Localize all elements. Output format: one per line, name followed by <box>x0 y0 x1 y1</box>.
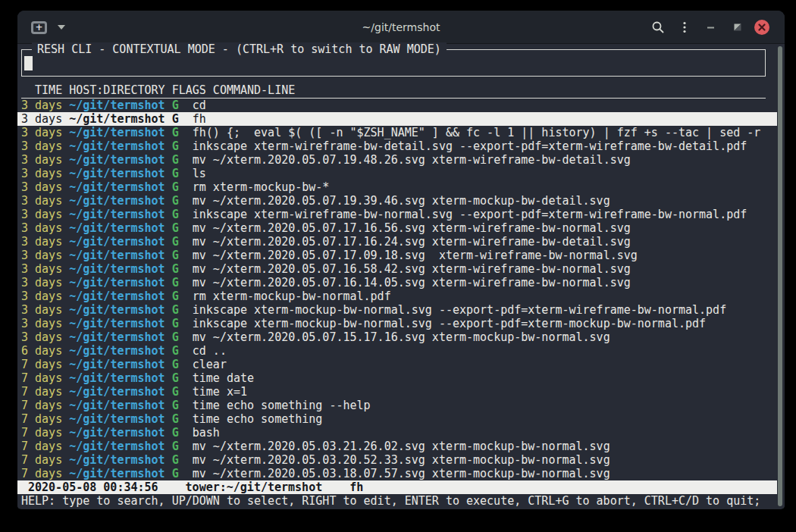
history-row[interactable]: 7 days ~/git/termshot G clear <box>17 358 777 371</box>
menu-button[interactable] <box>675 17 694 37</box>
row-host-directory: ~/git/termshot <box>69 371 165 385</box>
row-time: 3 days <box>21 262 62 276</box>
row-flags: G <box>172 153 179 167</box>
history-row[interactable]: 3 days ~/git/termshot G mv ~/xterm.2020.… <box>17 249 777 262</box>
history-row[interactable]: 3 days ~/git/termshot G cd <box>17 99 777 112</box>
history-row[interactable]: 7 days ~/git/termshot G time x=1 <box>17 385 777 399</box>
row-command: time x=1 <box>193 385 247 399</box>
terminal-window: + ~/git/termshot <box>17 11 785 509</box>
restore-button[interactable] <box>728 17 747 37</box>
row-flags: G <box>172 126 179 139</box>
row-command: time echo something <box>193 412 323 426</box>
row-flags: G <box>172 399 179 412</box>
row-command: inkscape xterm-wireframe-bw-detail.svg -… <box>193 139 747 153</box>
row-host-directory: ~/git/termshot <box>69 112 165 126</box>
row-host-directory: ~/git/termshot <box>69 385 165 399</box>
status-command: fh <box>349 480 363 494</box>
row-flags: G <box>172 440 179 453</box>
status-datetime: 2020-05-08 00:34:56 <box>28 480 158 494</box>
row-flags: G <box>172 289 179 303</box>
row-host-directory: ~/git/termshot <box>69 412 165 426</box>
close-icon <box>758 23 766 31</box>
minimize-button[interactable] <box>701 17 721 37</box>
history-row[interactable]: 3 days ~/git/termshot G ls <box>17 167 777 180</box>
row-command: mv ~/xterm.2020.05.07.17.09.18.svg xterm… <box>193 249 638 262</box>
row-flags: G <box>172 194 179 208</box>
minimize-icon <box>704 20 718 34</box>
scrollbar[interactable] <box>778 46 782 506</box>
row-command: time date <box>193 371 254 385</box>
row-time: 3 days <box>21 112 62 126</box>
search-button[interactable] <box>648 17 668 37</box>
history-row[interactable]: 3 days ~/git/termshot G mv ~/xterm.2020.… <box>17 153 777 167</box>
row-command: cd .. <box>193 344 227 358</box>
row-host-directory: ~/git/termshot <box>69 467 165 480</box>
row-host-directory: ~/git/termshot <box>69 126 165 139</box>
history-row[interactable]: 3 days ~/git/termshot G mv ~/xterm.2020.… <box>17 262 777 276</box>
row-time: 3 days <box>21 221 62 235</box>
history-row[interactable]: 7 days ~/git/termshot G time date <box>17 371 777 385</box>
row-time: 3 days <box>21 235 62 249</box>
history-row[interactable]: 7 days ~/git/termshot G mv ~/xterm.2020.… <box>17 453 777 467</box>
history-row[interactable]: 3 days ~/git/termshot G inkscape xterm-w… <box>17 208 777 221</box>
row-host-directory: ~/git/termshot <box>69 194 165 208</box>
close-button[interactable] <box>754 20 769 35</box>
row-command: rm xterm-mockup-bw-normal.pdf <box>193 289 391 303</box>
row-time: 3 days <box>21 317 62 330</box>
row-time: 3 days <box>21 126 62 139</box>
row-command: mv ~/xterm.2020.05.03.21.26.02.svg xterm… <box>193 440 610 453</box>
row-time: 3 days <box>21 303 62 317</box>
row-host-directory: ~/git/termshot <box>69 167 165 180</box>
new-tab-button[interactable]: + <box>31 21 47 34</box>
history-row[interactable]: 7 days ~/git/termshot G mv ~/xterm.2020.… <box>17 467 777 480</box>
search-input-box[interactable]: RESH CLI - CONTEXTUAL MODE - (CTRL+R to … <box>21 49 766 77</box>
history-row[interactable]: 7 days ~/git/termshot G bash <box>17 426 777 440</box>
row-time: 7 days <box>21 399 62 412</box>
row-host-directory: ~/git/termshot <box>69 262 165 276</box>
row-command: mv ~/xterm.2020.05.07.17.16.56.svg xterm… <box>193 221 631 235</box>
history-row[interactable]: 3 days ~/git/termshot G mv ~/xterm.2020.… <box>17 235 777 249</box>
row-flags: G <box>172 99 179 112</box>
row-command: inkscape xterm-mockup-bw-normal.svg --ex… <box>193 317 706 330</box>
history-row[interactable]: 7 days ~/git/termshot G mv ~/xterm.2020.… <box>17 440 777 453</box>
row-command: fh <box>193 112 206 126</box>
row-time: 7 days <box>21 440 62 453</box>
history-row[interactable]: 3 days ~/git/termshot G mv ~/xterm.2020.… <box>17 194 777 208</box>
history-row[interactable]: 3 days ~/git/termshot G rm xterm-mockup-… <box>17 289 777 303</box>
history-row[interactable]: 3 days ~/git/termshot G mv ~/xterm.2020.… <box>17 330 777 344</box>
plus-icon: + <box>31 21 47 33</box>
history-row[interactable]: 3 days ~/git/termshot G mv ~/xterm.2020.… <box>17 221 777 235</box>
magnifier-icon <box>651 20 665 34</box>
history-row[interactable]: 7 days ~/git/termshot G time echo someth… <box>17 412 777 426</box>
titlebar: + ~/git/termshot <box>17 11 785 44</box>
row-flags: G <box>172 167 179 180</box>
row-time: 7 days <box>21 453 62 467</box>
row-host-directory: ~/git/termshot <box>69 208 165 221</box>
row-time: 3 days <box>21 289 62 303</box>
row-time: 7 days <box>21 412 62 426</box>
history-row[interactable]: 3 days ~/git/termshot G fh() {; eval $( … <box>17 126 777 139</box>
row-time: 3 days <box>21 167 62 180</box>
history-row[interactable]: 7 days ~/git/termshot G time echo someth… <box>17 399 777 412</box>
history-row[interactable]: 3 days ~/git/termshot G mv ~/xterm.2020.… <box>17 276 777 289</box>
row-time: 7 days <box>21 385 62 399</box>
history-row[interactable]: 3 days ~/git/termshot G inkscape xterm-m… <box>17 317 777 330</box>
row-time: 3 days <box>21 99 62 112</box>
row-flags: G <box>172 139 179 153</box>
row-flags: G <box>172 235 179 249</box>
history-row[interactable]: 3 days ~/git/termshot G fh <box>17 112 777 126</box>
vertical-dots-icon <box>678 20 691 34</box>
row-command: mv ~/xterm.2020.05.03.20.52.33.svg xterm… <box>193 453 610 467</box>
history-row[interactable]: 3 days ~/git/termshot G rm xterm-mockup-… <box>17 180 777 194</box>
chevron-down-icon[interactable] <box>58 25 65 30</box>
row-time: 3 days <box>21 276 62 289</box>
history-row[interactable]: 6 days ~/git/termshot G cd .. <box>17 344 777 358</box>
history-row[interactable]: 3 days ~/git/termshot G inkscape xterm-w… <box>17 139 777 153</box>
row-time: 7 days <box>21 358 62 371</box>
resh-mode-title: RESH CLI - CONTEXTUAL MODE - (CTRL+R to … <box>32 42 447 56</box>
row-host-directory: ~/git/termshot <box>69 180 165 194</box>
row-time: 7 days <box>21 467 62 480</box>
terminal-screen: RESH CLI - CONTEXTUAL MODE - (CTRL+R to … <box>17 44 785 509</box>
history-row[interactable]: 3 days ~/git/termshot G inkscape xterm-m… <box>17 303 777 317</box>
row-flags: G <box>172 330 179 344</box>
